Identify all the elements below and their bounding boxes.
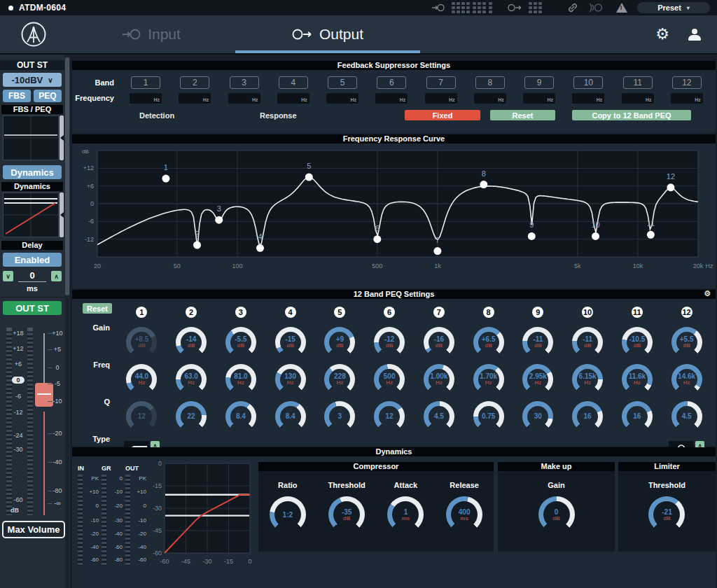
fbs-band-7[interactable]: 7: [426, 76, 456, 89]
compressor-ratio-knob[interactable]: 1:2: [270, 496, 306, 533]
curve-point-5[interactable]: [305, 174, 313, 181]
fbs-frequency-input-8[interactable]: Hz: [474, 93, 506, 104]
peq-band9-freq-knob[interactable]: 2.95kHz: [522, 364, 553, 395]
peq-band2-freq-knob[interactable]: 63.0Hz: [176, 364, 207, 395]
compressor-attack-knob[interactable]: 1ms: [387, 496, 424, 533]
dynamics-button[interactable]: Dynamics: [3, 165, 62, 179]
peq-band11-q-knob[interactable]: 16: [622, 401, 653, 432]
peq-band6-gain-knob[interactable]: -12dB: [374, 327, 405, 358]
peq-band2-gain-knob[interactable]: -14dB: [176, 327, 207, 358]
peq-reset-button[interactable]: Reset: [83, 303, 112, 314]
peq-band8-freq-knob[interactable]: 1.70kHz: [473, 364, 504, 395]
max-volume-button[interactable]: Max Volume: [2, 521, 65, 538]
peq-band11-gain-knob[interactable]: -10.5dB: [622, 327, 653, 358]
peq-band11-freq-knob[interactable]: 11.6kHz: [622, 364, 653, 395]
fbs-band-11[interactable]: 11: [623, 76, 653, 89]
fbs-graph-scrollbar[interactable]: [60, 115, 64, 160]
fbs-frequency-input-3[interactable]: Hz: [228, 93, 260, 104]
sidebar-scrollbar[interactable]: [65, 55, 69, 588]
fbs-frequency-input-9[interactable]: Hz: [523, 93, 555, 104]
delay-increment-button[interactable]: ∧: [51, 271, 62, 281]
fbs-band-6[interactable]: 6: [377, 76, 406, 89]
compressor-threshold-knob[interactable]: -35dB: [328, 496, 365, 533]
delay-decrement-button[interactable]: ∨: [3, 271, 13, 281]
compressor-release-knob[interactable]: 400ms: [446, 496, 482, 533]
fbs-band-8[interactable]: 8: [475, 76, 505, 89]
fbs-frequency-input-5[interactable]: Hz: [326, 93, 358, 104]
fbs-band-12[interactable]: 12: [672, 76, 702, 89]
preset-dropdown[interactable]: Preset ▾: [637, 2, 710, 13]
fbs-band-2[interactable]: 2: [180, 76, 209, 89]
fbs-band-9[interactable]: 9: [524, 76, 554, 89]
peq-band3-gain-knob[interactable]: -5.5dB: [225, 327, 256, 358]
peq-band4-gain-knob[interactable]: -15dB: [275, 327, 306, 358]
peq-band7-q-knob[interactable]: 4.5: [424, 401, 454, 432]
peq-band6-q-knob[interactable]: 12: [374, 401, 405, 432]
fbs-button[interactable]: FBS: [3, 90, 31, 102]
fbs-band-1[interactable]: 1: [131, 76, 160, 89]
user-account-icon[interactable]: [688, 29, 702, 41]
peq-band6-freq-knob[interactable]: 500Hz: [374, 364, 405, 395]
curve-point-6[interactable]: [373, 235, 381, 243]
output-level-dropdown[interactable]: -10dBV ∨: [3, 73, 62, 87]
peq-band12-q-knob[interactable]: 4.5: [671, 401, 702, 432]
fixed-button[interactable]: Fixed: [405, 110, 480, 120]
fbs-frequency-input-6[interactable]: Hz: [375, 93, 408, 104]
curve-point-7[interactable]: [433, 247, 441, 255]
curve-point-2[interactable]: [193, 241, 201, 249]
fbs-frequency-input-11[interactable]: Hz: [622, 93, 654, 104]
curve-point-4[interactable]: [256, 244, 264, 252]
fbs-band-5[interactable]: 5: [328, 76, 357, 89]
settings-gear-icon[interactable]: ⚙: [655, 27, 669, 42]
frequency-response-plot[interactable]: +12+60-6-12dB20501005001k5k10k20kHz12345…: [72, 144, 716, 290]
curve-point-11[interactable]: [647, 231, 655, 239]
fbs-frequency-input-12[interactable]: Hz: [671, 93, 703, 104]
makeup-gain-knob[interactable]: 0dB: [538, 496, 575, 533]
fbs-reset-button[interactable]: Reset: [490, 110, 555, 120]
peq-band7-gain-knob[interactable]: -16dB: [424, 327, 454, 358]
peq-band4-q-knob[interactable]: 8.4: [275, 401, 306, 432]
curve-point-9[interactable]: [528, 232, 536, 240]
fbs-frequency-input-2[interactable]: Hz: [179, 93, 211, 104]
peq-band5-q-knob[interactable]: 3: [324, 401, 355, 432]
peq-band12-freq-knob[interactable]: 14.6kHz: [671, 364, 702, 395]
peq-band10-freq-knob[interactable]: 6.15kHz: [572, 364, 603, 395]
fbs-frequency-input-10[interactable]: Hz: [572, 93, 604, 104]
peq-band10-q-knob[interactable]: 16: [572, 401, 603, 432]
fbs-band-3[interactable]: 3: [230, 76, 259, 89]
fbs-band-10[interactable]: 10: [573, 76, 603, 89]
tab-output[interactable]: Output: [235, 15, 420, 53]
peq-band9-q-knob[interactable]: 30: [522, 401, 553, 432]
delay-enabled-button[interactable]: Enabled: [3, 253, 62, 267]
peq-band5-gain-knob[interactable]: +9dB: [324, 327, 355, 358]
peq-band3-q-knob[interactable]: 8.4: [225, 401, 256, 432]
fbs-frequency-input-1[interactable]: Hz: [130, 93, 162, 104]
limiter-threshold-knob[interactable]: -21dB: [648, 496, 685, 533]
peq-band12-gain-knob[interactable]: +5.5dB: [671, 327, 702, 358]
dynamics-graph-scrollbar[interactable]: [60, 192, 64, 237]
fbs-band-4[interactable]: 4: [279, 76, 308, 89]
tab-input[interactable]: Input: [67, 15, 235, 53]
peq-button[interactable]: PEQ: [34, 90, 62, 102]
delay-value[interactable]: 0: [18, 270, 46, 282]
curve-point-12[interactable]: [667, 183, 674, 191]
peq-band1-freq-knob[interactable]: 44.0Hz: [126, 364, 157, 395]
peq-band2-q-knob[interactable]: 22: [176, 401, 207, 432]
fbs-frequency-input-7[interactable]: Hz: [425, 93, 457, 104]
peq-band8-gain-knob[interactable]: +6.5dB: [473, 327, 504, 358]
peq-band4-freq-knob[interactable]: 130Hz: [275, 364, 306, 395]
peq-settings-gear-icon[interactable]: ⚙: [704, 290, 711, 298]
fbs-peq-thumbnail-graph[interactable]: [3, 115, 59, 160]
curve-point-3[interactable]: [215, 216, 223, 224]
peq-band9-gain-knob[interactable]: -11dB: [522, 327, 553, 358]
peq-band3-freq-knob[interactable]: 81.0Hz: [225, 364, 256, 395]
curve-point-10[interactable]: [592, 232, 599, 240]
peq-band7-freq-knob[interactable]: 1.00kHz: [424, 364, 454, 395]
out-st-channel-button[interactable]: OUT ST: [3, 301, 62, 315]
curve-point-1[interactable]: [162, 175, 169, 183]
curve-point-8[interactable]: [480, 181, 487, 188]
peq-band8-q-knob[interactable]: 0.75: [473, 401, 504, 432]
fbs-frequency-input-4[interactable]: Hz: [277, 93, 309, 104]
peq-band5-freq-knob[interactable]: 228Hz: [324, 364, 355, 395]
peq-band10-gain-knob[interactable]: -11dB: [572, 327, 603, 358]
